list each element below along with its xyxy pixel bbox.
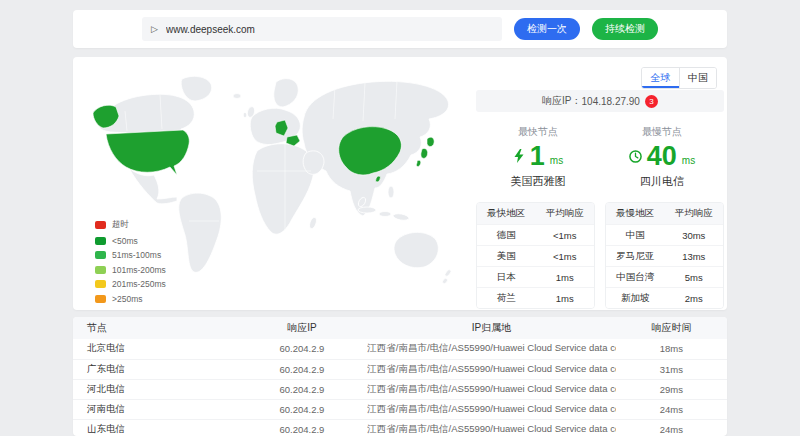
legend-item: 51ms-100ms — [95, 250, 166, 260]
table-row: 德国 <1ms — [477, 224, 594, 245]
fastest-node-title: 最快节点 — [476, 125, 600, 139]
legend-item: 201ms-250ms — [95, 279, 166, 289]
table-row[interactable]: 广东电信 60.204.2.9 江西省/南昌市/电信/AS55990/Huawe… — [73, 359, 727, 379]
slowest-node-unit: ms — [682, 155, 695, 166]
table-row: 日本 1ms — [477, 266, 594, 287]
legend-item: >250ms — [95, 294, 166, 304]
lightning-icon — [513, 149, 525, 163]
legend-swatch-201-250 — [95, 280, 106, 288]
speed-test-page: { "toolbar": { "input_value": "www.deeps… — [0, 0, 800, 436]
summary-panel: 响应IP： 104.18.27.90 3 最快节点 1 ms 美国西雅图 最慢节… — [476, 90, 724, 309]
fastest-node-stat: 最快节点 1 ms 美国西雅图 — [476, 125, 600, 189]
tab-china[interactable]: 中国 — [679, 68, 716, 88]
table-row[interactable]: 山东电信 60.204.2.9 江西省/南昌市/电信/AS55990/Huawe… — [73, 419, 727, 436]
table-row: 新加坡 2ms — [606, 287, 723, 308]
slowest-node-location: 四川电信 — [600, 174, 724, 189]
response-ip-value: 104.18.27.90 — [582, 96, 640, 107]
node-stats: 最快节点 1 ms 美国西雅图 最慢节点 40 — [476, 125, 724, 189]
legend-swatch-101-200 — [95, 266, 106, 274]
continuous-check-button[interactable]: 持续检测 — [592, 18, 658, 40]
url-input[interactable] — [142, 17, 502, 41]
table-row[interactable]: 北京电信 60.204.2.9 江西省/南昌市/电信/AS55990/Huawe… — [73, 339, 727, 359]
node-results-table: 节点 响应IP IP归属地 响应时间 北京电信 60.204.2.9 江西省/南… — [73, 317, 727, 436]
table-row: 美国 <1ms — [477, 245, 594, 266]
map-legend: 超时 <50ms 51ms-100ms 101ms-200ms 201ms-25… — [95, 219, 166, 304]
table-row: 荷兰 1ms — [477, 287, 594, 308]
scope-tabs: 全球 中国 — [641, 67, 717, 89]
ip-count-badge[interactable]: 3 — [645, 95, 658, 108]
region-tables: 最快地区 平均响应 德国 <1ms 美国 <1ms 日本 1ms 荷兰 1m — [476, 202, 724, 309]
legend-item: 101ms-200ms — [95, 265, 166, 275]
legend-item: <50ms — [95, 236, 166, 246]
search-toolbar: ▷ 检测一次 持续检测 — [73, 10, 727, 48]
legend-swatch-gt250 — [95, 295, 106, 303]
fastest-regions-table: 最快地区 平均响应 德国 <1ms 美国 <1ms 日本 1ms 荷兰 1m — [476, 202, 595, 309]
fastest-node-location: 美国西雅图 — [476, 174, 600, 189]
table-row[interactable]: 河北电信 60.204.2.9 江西省/南昌市/电信/AS55990/Huawe… — [73, 379, 727, 399]
fastest-node-value: 1 — [530, 141, 545, 171]
legend-swatch-51-100 — [95, 251, 106, 259]
slowest-node-stat: 最慢节点 40 ms 四川电信 — [600, 125, 724, 189]
tab-global[interactable]: 全球 — [642, 68, 679, 88]
table-row: 中国台湾 5ms — [606, 266, 723, 287]
check-once-button[interactable]: 检测一次 — [514, 18, 580, 40]
clock-icon — [629, 150, 642, 163]
url-input-wrap: ▷ — [142, 17, 502, 41]
result-overview-card: 全球 中国 — [73, 57, 727, 310]
response-ip-bar: 响应IP： 104.18.27.90 3 — [476, 90, 724, 112]
slowest-node-title: 最慢节点 — [600, 125, 724, 139]
table-row: 中国 30ms — [606, 224, 723, 245]
slowest-node-value: 40 — [647, 141, 677, 171]
table-row: 罗马尼亚 13ms — [606, 245, 723, 266]
table-row[interactable]: 河南电信 60.204.2.9 江西省/南昌市/电信/AS55990/Huawe… — [73, 399, 727, 419]
legend-swatch-lt50 — [95, 237, 106, 245]
node-results-card: 节点 响应IP IP归属地 响应时间 北京电信 60.204.2.9 江西省/南… — [73, 317, 727, 436]
fastest-node-unit: ms — [550, 155, 563, 166]
legend-swatch-timeout — [95, 221, 106, 229]
table-header-row: 最慢地区 平均响应 — [606, 203, 723, 224]
legend-item: 超时 — [95, 219, 166, 231]
play-icon: ▷ — [151, 23, 158, 35]
slowest-regions-table: 最慢地区 平均响应 中国 30ms 罗马尼亚 13ms 中国台湾 5ms 新加坡 — [605, 202, 724, 309]
table-header-row: 最快地区 平均响应 — [477, 203, 594, 224]
response-ip-label: 响应IP： — [542, 94, 581, 108]
table-header-row: 节点 响应IP IP归属地 响应时间 — [73, 317, 727, 339]
